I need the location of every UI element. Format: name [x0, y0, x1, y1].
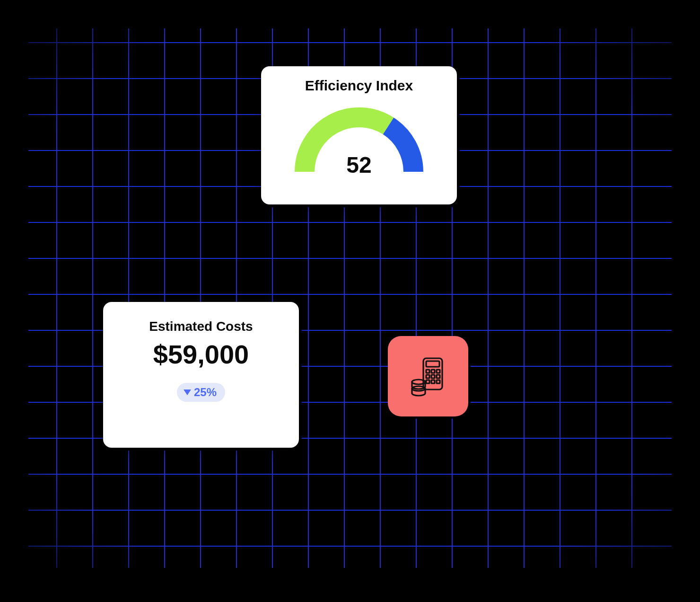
- trend-pill: 25%: [177, 383, 225, 402]
- svg-rect-39: [431, 375, 435, 378]
- efficiency-title: Efficiency Index: [305, 78, 413, 94]
- cost-icon-tile: [388, 336, 468, 416]
- efficiency-gauge: 52: [288, 98, 430, 179]
- svg-rect-35: [426, 370, 429, 373]
- svg-rect-42: [431, 380, 435, 383]
- svg-rect-36: [431, 370, 435, 373]
- costs-title: Estimated Costs: [149, 319, 253, 334]
- caret-down-icon: [184, 390, 191, 395]
- svg-rect-38: [426, 375, 429, 378]
- svg-rect-43: [437, 380, 440, 383]
- costs-amount: $59,000: [153, 339, 249, 370]
- svg-rect-41: [426, 380, 429, 383]
- efficiency-index-card: Efficiency Index 52: [261, 66, 457, 204]
- trend-value: 25%: [194, 386, 217, 399]
- calculator-coins-icon: [404, 353, 452, 400]
- estimated-costs-card: Estimated Costs $59,000 25%: [103, 302, 299, 448]
- svg-rect-40: [437, 375, 440, 378]
- efficiency-value: 52: [346, 152, 371, 178]
- svg-rect-37: [437, 370, 440, 373]
- svg-rect-34: [426, 361, 439, 367]
